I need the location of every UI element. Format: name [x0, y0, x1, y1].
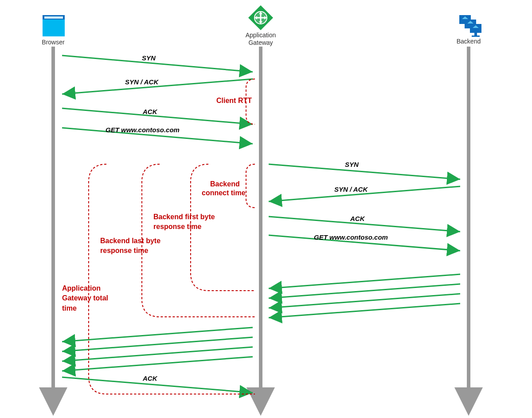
label-backend-connect-1: Backend — [210, 180, 240, 188]
label-synack-1: SYN / ACK — [125, 78, 159, 86]
label-first-byte-1: Backend first byte — [153, 213, 215, 221]
browser-label: Browser — [42, 39, 65, 46]
label-syn-1: SYN — [142, 54, 156, 62]
gateway-icon — [248, 5, 273, 30]
arrow-ack-1 — [62, 108, 253, 124]
label-agw-total-2: Gateway total — [62, 294, 108, 302]
browser-icon — [43, 15, 65, 36]
arrow-syn-1 — [62, 55, 253, 72]
label-syn-2: SYN — [345, 161, 359, 168]
label-ack-2: ACK — [350, 215, 365, 222]
label-last-byte-1: Backend last byte — [100, 237, 160, 244]
gateway-label-2: Gateway — [248, 39, 273, 46]
label-client-rtt: Client RTT — [216, 97, 252, 104]
label-synack-2: SYN / ACK — [334, 185, 368, 193]
label-get-1: GET www.contoso.com — [106, 126, 180, 134]
label-last-byte-2: response time — [100, 247, 149, 254]
label-agw-total-3: time — [62, 304, 77, 312]
bracket-agw-total — [89, 164, 255, 394]
svg-rect-2 — [44, 16, 63, 19]
backend-label: Backend — [457, 38, 481, 45]
label-first-byte-2: response time — [153, 223, 202, 230]
svg-rect-17 — [474, 33, 477, 35]
label-agw-total-1: Application — [62, 284, 101, 292]
backend-icon — [459, 15, 481, 37]
arrow-ack-final — [62, 377, 253, 393]
gateway-label-1: Application — [246, 32, 276, 39]
arrow-syn-2 — [269, 164, 460, 179]
label-ack-1: ACK — [142, 108, 158, 115]
svg-rect-18 — [472, 35, 480, 37]
sequence-diagram: Browser Application Gateway Backend — [0, 0, 532, 418]
label-ack-final: ACK — [142, 375, 158, 382]
label-backend-connect-2: connect time — [202, 189, 246, 197]
bracket-backend-connect — [246, 164, 255, 208]
label-get-2: GET www.contoso.com — [314, 233, 388, 241]
